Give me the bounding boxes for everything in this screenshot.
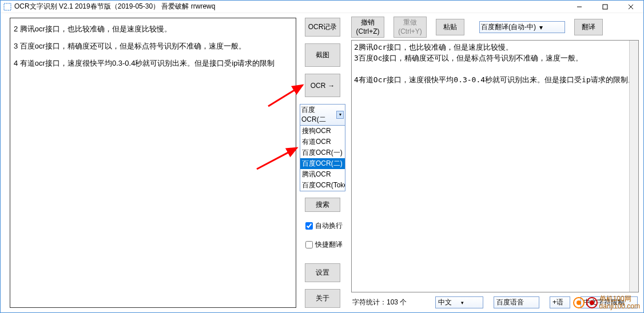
translate-engine-label: 百度翻译(自动-中)	[481, 22, 536, 32]
settings-button[interactable]: 设置	[305, 263, 340, 282]
chevron-down-icon: ▾	[539, 23, 543, 31]
ocr-engine-option[interactable]: 百度OCR(一)	[300, 147, 345, 158]
ocr-engine-option[interactable]: 搜狗OCR	[300, 126, 345, 137]
about-button[interactable]: 关于	[305, 289, 340, 308]
cn-limit-select[interactable]: 中文字符限制	[581, 296, 638, 308]
redo-button[interactable]: 重做 (Ctrl+Y)	[393, 17, 427, 38]
split-select[interactable]: +语	[550, 296, 570, 308]
status-bar: 字符统计：103 个 中文▾ 百度语音 +语 中文字符限制	[351, 295, 639, 310]
ocr-engine-option[interactable]: 百度OCR(二)	[300, 158, 345, 169]
translate-button[interactable]: 翻译	[574, 19, 603, 36]
undo-button[interactable]: 撤销 (Ctrl+Z)	[351, 17, 384, 38]
center-toolbar: OCR记录 截图 OCR → 百度OCR(二 ▾ 搜狗OCR 有道OCR 百度O…	[296, 13, 349, 312]
lang-label: 中文	[438, 298, 452, 307]
source-line: 2 腾讯ocr接口，也比较准确，但是速度比较慢。	[14, 23, 292, 35]
result-text-area[interactable]: 2腾讯Ocr接口，也比较准确，但是速度比较慢。 3百度Oc接口，精确度还可以，但…	[351, 40, 639, 292]
translate-engine-select[interactable]: 百度翻译(自动-中) ▾	[479, 21, 565, 33]
ocr-engine-select[interactable]: 百度OCR(二 ▾ 搜狗OCR 有道OCR 百度OCR(一) 百度OCR(二) …	[300, 104, 345, 191]
app-icon	[3, 3, 11, 11]
scrollbar[interactable]	[629, 41, 638, 292]
split-label: +语	[552, 298, 563, 307]
auto-wrap-checkbox[interactable]: 自动换行	[305, 221, 343, 231]
ocr-engine-option[interactable]: 百度OCR(Toke	[300, 180, 345, 191]
char-count-label: 字符统计：103 个	[352, 298, 407, 307]
ocr-engine-option[interactable]: 有道OCR	[300, 137, 345, 147]
quick-translate-input[interactable]	[305, 241, 313, 248]
top-toolbar: 撤销 (Ctrl+Z) 重做 (Ctrl+Y) 粘贴 百度翻译(自动-中) ▾ …	[351, 17, 639, 38]
cn-limit-label: 中文字符限制	[583, 298, 625, 307]
source-text-panel[interactable]: 2 腾讯ocr接口，也比较准确，但是速度比较慢。 3 百度ocr接口，精确度还可…	[10, 18, 296, 308]
auto-wrap-input[interactable]	[305, 222, 313, 230]
arrow-right-icon: →	[328, 82, 335, 90]
svg-rect-0	[4, 3, 11, 10]
quick-translate-checkbox[interactable]: 快捷翻译	[305, 240, 343, 250]
ocr-record-button[interactable]: OCR记录	[305, 18, 340, 37]
paste-button[interactable]: 粘贴	[436, 19, 464, 36]
source-line: 3 百度ocr接口，精确度还可以，但是标点符号识别不准确，速度一般。	[14, 40, 292, 53]
search-button[interactable]: 搜索	[305, 198, 340, 212]
voice-select[interactable]: 百度语音	[494, 296, 539, 308]
close-button[interactable]	[618, 1, 643, 13]
source-line: 4 有道ocr接口，速度很快平均0.3-0.4秒就可识别出来。但是接口受ip请求…	[14, 57, 292, 70]
ocr-engine-selected: 百度OCR(二	[301, 105, 336, 125]
ocr-engine-option[interactable]: 腾讯OCR	[300, 169, 345, 180]
lang-select[interactable]: 中文▾	[435, 296, 483, 308]
ocr-button-label: OCR	[311, 82, 326, 90]
window-title: OCR文字识别 V2.1 2019春节版（2019-05-30） 吾爱破解 rr…	[14, 2, 566, 11]
voice-label: 百度语音	[496, 298, 524, 307]
minimize-button[interactable]	[566, 1, 592, 13]
auto-wrap-label: 自动换行	[315, 221, 343, 231]
quick-translate-label: 快捷翻译	[315, 240, 343, 250]
screenshot-button[interactable]: 截图	[305, 43, 340, 67]
ocr-engine-dropdown: 搜狗OCR 有道OCR 百度OCR(一) 百度OCR(二) 腾讯OCR 百度OC…	[300, 125, 345, 191]
maximize-button[interactable]	[592, 1, 618, 13]
result-text: 2腾讯Ocr接口，也比较准确，但是速度比较慢。 3百度Oc接口，精确度还可以，但…	[354, 43, 635, 84]
svg-rect-2	[603, 5, 607, 9]
chevron-down-icon: ▾	[461, 300, 464, 306]
chevron-down-icon: ▾	[336, 111, 344, 119]
ocr-button[interactable]: OCR →	[305, 74, 340, 97]
